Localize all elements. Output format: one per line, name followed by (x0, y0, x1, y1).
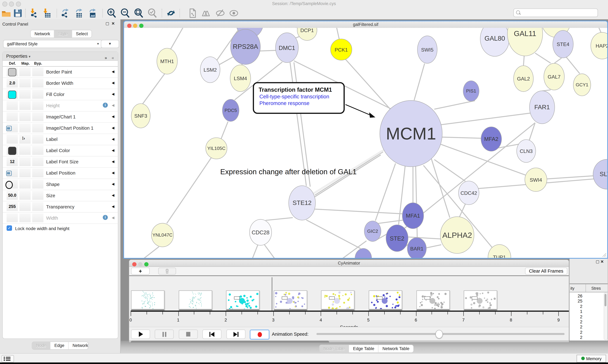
network-node-tup1[interactable]: TUP1 (488, 244, 511, 258)
network-node-gal7[interactable]: GAL7 (544, 63, 565, 90)
skip-to-start-button[interactable] (202, 329, 221, 339)
default-value[interactable]: 50.0 (7, 193, 18, 197)
hide-selected-icon[interactable] (215, 8, 225, 18)
animation-speed-slider-thumb[interactable] (435, 330, 443, 338)
property-row-shape[interactable]: Shape◀ (3, 179, 118, 190)
record-button[interactable] (250, 329, 269, 340)
network-node-cln3[interactable]: CLN3 (516, 140, 536, 163)
search-input[interactable] (522, 9, 594, 16)
network-node[interactable] (355, 248, 372, 258)
network-node-hap2[interactable]: HAP2 (591, 32, 607, 59)
table-cell[interactable]: 2 (570, 325, 582, 329)
network-node-snf3[interactable]: SNF3 (131, 104, 151, 128)
memory-button[interactable]: Memory (577, 355, 606, 363)
expand-row-icon[interactable]: ◀ (112, 92, 114, 96)
float-table-panel-icon[interactable]: ▢ (596, 260, 601, 264)
export-table-icon[interactable] (74, 8, 84, 18)
first-neighbors-icon[interactable] (201, 8, 211, 18)
delete-frame-button[interactable] (158, 268, 176, 274)
zoom-network-window-icon[interactable] (139, 24, 143, 28)
import-network-icon[interactable] (29, 8, 39, 18)
import-table-icon[interactable] (42, 8, 52, 18)
tab-select[interactable]: Select (72, 30, 92, 38)
close-window-icon[interactable] (2, 1, 7, 7)
zoom-fit-icon[interactable] (134, 8, 144, 18)
network-window[interactable]: galFiltered.sif DCP1RPS28ADMC1PCK1SWI5GA… (123, 21, 608, 259)
network-node-lsm2[interactable]: LSM2 (200, 57, 220, 83)
network-node-mth1[interactable]: MTH1 (157, 48, 178, 75)
clear-all-frames-button[interactable]: Clear All Frames (525, 268, 567, 274)
frame-thumbnail-6[interactable] (369, 290, 402, 311)
minimize-network-window-icon[interactable] (133, 24, 138, 28)
network-node-gal80[interactable]: GAL80 (480, 28, 510, 56)
table-cell[interactable]: 2 (570, 314, 582, 319)
table-column-stress[interactable]: Stres (591, 286, 601, 290)
close-network-window-icon[interactable] (127, 24, 131, 28)
network-node-pdc5[interactable]: PDC5 (222, 99, 239, 122)
expand-row-icon[interactable]: ◀ (112, 70, 114, 74)
zoom-selected-icon[interactable] (147, 8, 158, 18)
network-canvas[interactable]: DCP1RPS28ADMC1PCK1SWI5GAL80GAL11STE4HAP2… (124, 28, 607, 258)
expand-row-icon[interactable]: ◀ (112, 193, 114, 197)
cyanimator-titlebar[interactable]: CyAnimator (129, 260, 569, 267)
minimize-window-icon[interactable] (9, 1, 14, 7)
frame-thumbnail-4[interactable] (274, 290, 307, 311)
add-frame-button[interactable]: + (131, 268, 150, 274)
node-table-header[interactable]: ity Stres (570, 284, 608, 292)
default-value[interactable]: 2.0 (7, 80, 18, 85)
close-table-panel-icon[interactable]: ✕ (601, 260, 604, 264)
tab-node-table[interactable]: Node Table (319, 345, 349, 352)
network-node-bar1[interactable]: BAR1 (407, 237, 426, 258)
close-cyanimator-icon[interactable] (132, 262, 137, 266)
table-cell[interactable]: 26 (570, 293, 582, 298)
info-icon[interactable]: i (103, 103, 108, 108)
table-cell[interactable]: 25 (570, 299, 582, 303)
table-cell[interactable]: 1 (570, 309, 582, 314)
table-cell[interactable]: 2 (570, 319, 582, 324)
zoom-out-icon[interactable] (120, 8, 130, 18)
show-all-icon[interactable] (229, 8, 239, 18)
mcm1-annotation-box[interactable]: Transcription factor MCM1 Cell-type-spec… (253, 82, 345, 114)
network-node-swi5[interactable]: SWI5 (417, 36, 437, 64)
network-node-pis1[interactable]: PIS1 (463, 80, 479, 101)
annotation-link-1[interactable]: Cell-type-specific transcription (259, 94, 344, 100)
network-node-slt2[interactable]: SLT2 (593, 159, 607, 189)
network-node-ste12[interactable]: STE12 (289, 185, 316, 220)
network-node-gic2[interactable]: GIC2 (364, 221, 381, 242)
tab-style[interactable]: Style (55, 30, 72, 38)
expand-row-icon[interactable]: ◀ (112, 126, 114, 130)
export-image-icon[interactable] (87, 8, 97, 18)
table-cell[interactable]: 2 (570, 304, 582, 309)
expand-row-icon[interactable]: ◀ (112, 137, 114, 141)
position-icon[interactable] (6, 126, 12, 131)
tab-network[interactable]: Network (69, 342, 88, 349)
property-row-fill-color[interactable]: Fill Color◀ (3, 89, 118, 100)
network-from-selection-icon[interactable] (187, 8, 197, 18)
network-node-ynl047c[interactable]: YNL047C (151, 223, 174, 247)
expand-row-icon[interactable]: ◀ (112, 182, 114, 186)
cyanimator-scrollbar-thumb[interactable] (131, 341, 329, 343)
property-row-image-chart-position-1[interactable]: Image/Chart Position 1◀ (3, 123, 118, 134)
tab-node[interactable]: Node (32, 342, 51, 349)
frame-thumbnail-2[interactable] (179, 290, 212, 311)
frame-thumbnail-7[interactable] (416, 290, 450, 311)
close-panel-icon[interactable]: ✕ (111, 21, 117, 26)
expand-row-icon[interactable]: ◀ (112, 216, 114, 220)
lock-size-row[interactable]: ✓ Lock node width and height (3, 224, 118, 233)
stop-button[interactable] (179, 329, 198, 339)
show-panels-button[interactable] (1, 355, 14, 363)
frame-thumbnail-8[interactable] (464, 290, 497, 311)
node-table[interactable]: ity Stres 26252122222 (570, 284, 608, 341)
style-selector[interactable]: galFiltered Style ▾ (3, 40, 103, 48)
network-node-mfa2[interactable]: MFA2 (481, 127, 502, 152)
skip-to-end-button[interactable] (226, 329, 245, 339)
network-node-cdc42[interactable]: CDC42 (458, 181, 479, 205)
ellipse-shape-icon[interactable] (5, 181, 13, 189)
zoom-in-icon[interactable] (107, 8, 117, 18)
network-caption[interactable]: Expression change after deletion of GAL1 (220, 168, 357, 176)
apply-layout-icon[interactable] (166, 8, 176, 18)
frame-thumbnail-1[interactable] (131, 290, 165, 311)
default-swatch[interactable] (8, 68, 16, 76)
annotation-link-2[interactable]: Pheromone response (259, 100, 344, 106)
lock-size-checkbox[interactable]: ✓ (7, 225, 12, 231)
